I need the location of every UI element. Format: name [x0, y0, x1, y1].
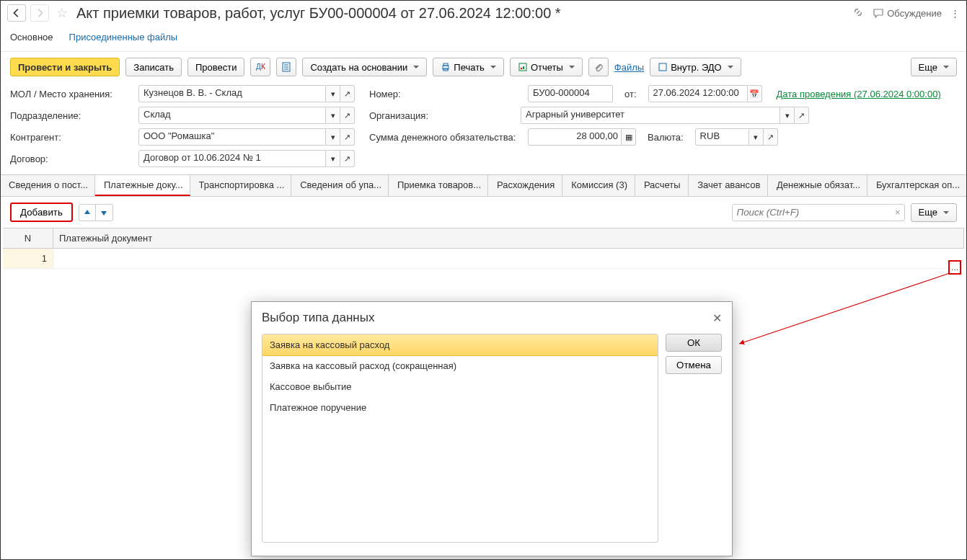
document-icon [281, 62, 291, 72]
open-icon[interactable]: ↗ [340, 150, 355, 167]
move-down-button[interactable] [96, 204, 113, 221]
subtab-discrepancies[interactable]: Расхождения [488, 175, 562, 196]
currency-input[interactable]: RUB [695, 128, 749, 146]
header: ☆ Акт приемки товаров, работ, услуг БУ00… [0, 0, 967, 26]
counterparty-input[interactable]: ООО "Ромашка" [138, 128, 326, 146]
close-icon[interactable]: ✕ [712, 311, 722, 325]
arrow-right-icon [35, 8, 45, 18]
subtab-calculations[interactable]: Расчеты [635, 175, 689, 196]
tab-main[interactable]: Основное [10, 29, 53, 45]
date-input[interactable]: 27.06.2024 12:00:00 [648, 85, 748, 102]
cancel-button[interactable]: Отмена [666, 356, 722, 374]
more-button[interactable]: Еще [911, 58, 957, 76]
sum-input[interactable]: 28 000,00 [528, 128, 622, 146]
contract-input[interactable]: Договор от 10.06.2024 № 1 [138, 150, 326, 167]
page-title: Акт приемки товаров, работ, услуг БУ00-0… [76, 5, 848, 22]
table-row[interactable]: 1 … [3, 249, 964, 269]
mol-label: МОЛ / Место хранения: [10, 89, 131, 99]
more-menu-icon[interactable]: ⋮ [950, 8, 960, 19]
dropdown-icon[interactable]: ▾ [780, 107, 795, 124]
printer-icon [441, 62, 451, 72]
svg-rect-5 [443, 63, 448, 66]
dropdown-icon[interactable]: ▾ [326, 85, 340, 102]
attach-button[interactable] [588, 58, 609, 76]
svg-rect-9 [523, 66, 524, 69]
files-link[interactable]: Файлы [614, 62, 644, 73]
open-icon[interactable]: ↗ [340, 107, 355, 124]
move-up-button[interactable] [79, 204, 96, 221]
search-input[interactable] [732, 204, 905, 221]
create-based-on-button[interactable]: Создать на основании [302, 58, 427, 76]
open-icon[interactable]: ↗ [795, 107, 809, 124]
from-label: от: [624, 89, 637, 99]
post-button[interactable]: Провести [187, 58, 245, 76]
calculator-icon[interactable]: ▦ [622, 128, 636, 146]
add-row-button[interactable]: Добавить [10, 203, 73, 222]
counterparty-label: Контрагент: [10, 132, 131, 143]
dept-input[interactable]: Склад [138, 107, 326, 124]
dropdown-icon[interactable]: ▾ [749, 128, 764, 146]
paperclip-icon [593, 62, 604, 72]
dropdown-icon[interactable]: ▾ [326, 107, 340, 124]
post-date-link[interactable]: Дата проведения (27.06.2024 0:00:00) [777, 89, 941, 99]
ok-button[interactable]: ОК [666, 334, 722, 352]
subtab-commission[interactable]: Комиссия (3) [562, 175, 635, 196]
org-input[interactable]: Аграрный университет [521, 107, 780, 124]
favorite-star-icon[interactable]: ☆ [56, 5, 68, 21]
report-icon [518, 62, 528, 72]
svg-rect-10 [659, 63, 666, 71]
subtab-transport[interactable]: Транспортировка ... [190, 175, 292, 196]
svg-rect-8 [521, 68, 522, 69]
type-option[interactable]: Кассовое выбытие [262, 376, 658, 397]
subtab-accounting-op[interactable]: Бухгалтерская оп... [867, 175, 967, 196]
type-list[interactable]: Заявка на кассовый расход Заявка на касс… [262, 334, 658, 543]
sub-tabs: Сведения о пост... Платежные доку... Тра… [0, 174, 967, 197]
number-input[interactable]: БУ00-000004 [528, 85, 613, 102]
subtab-payment-docs[interactable]: Платежные доку... [95, 175, 190, 196]
save-button[interactable]: Записать [125, 58, 182, 76]
annotation-arrow [733, 270, 957, 350]
nav-forward-button[interactable] [30, 4, 49, 22]
subtab-advance-offset[interactable]: Зачет авансов [689, 175, 768, 196]
col-doc: Платежный документ [53, 228, 964, 248]
open-icon[interactable]: ↗ [340, 85, 355, 102]
open-icon[interactable]: ↗ [340, 128, 355, 146]
tab-attached-files[interactable]: Присоединенные файлы [69, 29, 178, 45]
nav-back-button[interactable] [7, 4, 26, 22]
calendar-icon[interactable]: 📅 [748, 85, 762, 102]
type-option[interactable]: Заявка на кассовый расход (сокращенная) [262, 355, 658, 376]
type-option[interactable]: Заявка на кассовый расход [262, 334, 658, 356]
edo-button[interactable]: Внутр. ЭДО [650, 58, 741, 76]
choose-type-button[interactable]: … [948, 260, 961, 275]
col-n: N [3, 228, 53, 248]
subtab-money-obligations[interactable]: Денежные обязат... [768, 175, 867, 196]
dropdown-icon[interactable]: ▾ [326, 150, 340, 167]
reports-button[interactable]: Отчеты [510, 58, 583, 76]
cell-n: 1 [3, 249, 53, 268]
contract-label: Договор: [10, 154, 131, 164]
table-toolbar: Добавить × Еще [0, 197, 967, 228]
toolbar: Провести и закрыть Записать Провести ДК … [0, 52, 967, 82]
form-area: МОЛ / Место хранения: Кузнецов В. В. - С… [0, 82, 967, 174]
mol-input[interactable]: Кузнецов В. В. - Склад [138, 85, 326, 102]
arrow-up-icon [83, 208, 92, 217]
arrow-left-icon [12, 8, 22, 18]
sum-label: Сумма денежного обязательства: [369, 132, 521, 143]
top-tabs: Основное Присоединенные файлы [0, 26, 967, 52]
open-icon[interactable]: ↗ [764, 128, 778, 146]
subtab-packaging[interactable]: Сведения об упа... [291, 175, 389, 196]
dropdown-icon[interactable]: ▾ [326, 128, 340, 146]
active-records-button[interactable]: ДК [250, 58, 270, 76]
subtab-supplier-info[interactable]: Сведения о пост... [0, 175, 95, 196]
link-icon[interactable] [852, 6, 864, 20]
table-more-button[interactable]: Еще [911, 203, 957, 222]
document-icon-button[interactable] [276, 58, 296, 76]
print-button[interactable]: Печать [433, 58, 504, 76]
payment-docs-table: N Платежный документ 1 … [3, 228, 964, 269]
subtab-acceptance[interactable]: Приемка товаров... [389, 175, 488, 196]
type-option[interactable]: Платежное поручение [262, 397, 658, 418]
currency-label: Валюта: [648, 132, 684, 143]
discussion-button[interactable]: Обсуждение [873, 7, 942, 19]
clear-search-icon[interactable]: × [895, 207, 901, 218]
post-and-close-button[interactable]: Провести и закрыть [10, 58, 120, 76]
